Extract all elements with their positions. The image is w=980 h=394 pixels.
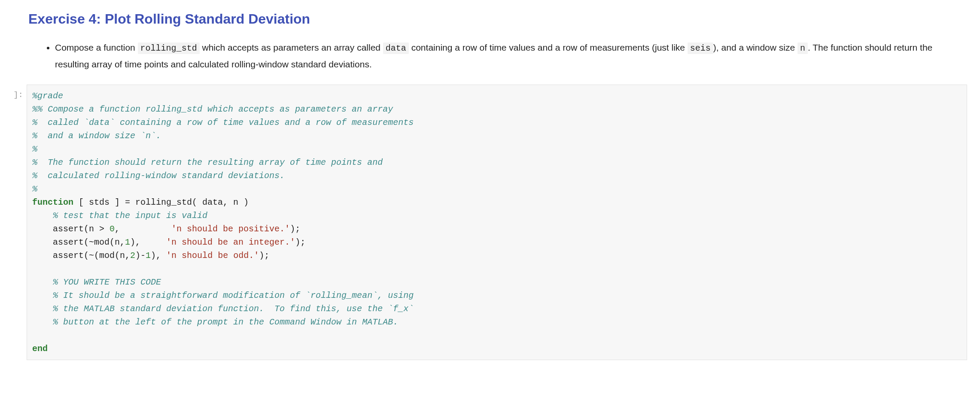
code-text (32, 330, 53, 340)
cell-prompt: ]: (13, 85, 27, 101)
code-number: 2 (130, 251, 135, 261)
code-keyword-function: function (32, 197, 73, 207)
code-comment: % button at the left of the prompt in th… (32, 317, 398, 327)
code-text (32, 264, 53, 274)
inline-code-data: data (383, 42, 409, 54)
exercise-heading: Exercise 4: Plot Rolling Standard Deviat… (28, 9, 967, 29)
code-string: 'n should be an integer.' (166, 237, 295, 247)
code-cell[interactable]: %grade %% Compose a function rolling_std… (27, 85, 967, 360)
description-item: Compose a function rolling_std which acc… (55, 39, 967, 73)
code-comment: % YOU WRITE THIS CODE (32, 277, 161, 287)
code-text: )- (135, 251, 146, 261)
code-text: assert(~(mod(n, (32, 251, 130, 261)
code-comment: % calculated rolling-window standard dev… (32, 171, 285, 181)
code-comment: % (32, 144, 37, 154)
code-number: 1 (125, 237, 130, 247)
code-text: ), (130, 237, 166, 247)
code-string: 'n should be odd.' (166, 251, 259, 261)
desc-text: which accepts as parameters an array cal… (200, 42, 383, 52)
code-string: 'n should be positive.' (171, 224, 290, 234)
code-text: [ stds ] = rolling_std( data, n ) (73, 197, 249, 207)
inline-code-seis: seis (688, 42, 713, 54)
code-text: , (115, 224, 171, 234)
code-comment: % and a window size `n`. (32, 131, 161, 141)
code-number: 1 (146, 251, 151, 261)
inline-code-n: n (797, 42, 808, 54)
code-comment: % It should be a straightforward modific… (32, 291, 414, 300)
code-text: ); (295, 237, 305, 247)
desc-text: Compose a function (55, 42, 138, 52)
code-text: assert(~mod(n, (32, 237, 125, 247)
code-text: ), (151, 251, 166, 261)
code-text: assert(n > (32, 224, 110, 234)
code-comment: % test that the input is valid (32, 211, 207, 221)
code-comment: %% Compose a function rolling_std which … (32, 104, 393, 114)
code-comment: % the MATLAB standard deviation function… (32, 304, 414, 314)
code-number: 0 (110, 224, 115, 234)
code-comment: % (32, 184, 37, 194)
exercise-description: Compose a function rolling_std which acc… (43, 39, 967, 73)
code-comment: %grade (32, 91, 63, 101)
code-keyword-end: end (32, 344, 48, 354)
code-comment: % The function should return the resulti… (32, 158, 383, 167)
desc-text: containing a row of time values and a ro… (409, 42, 688, 52)
code-text: ); (259, 251, 269, 261)
code-cell-wrapper: ]: %grade %% Compose a function rolling_… (13, 85, 967, 360)
desc-text: ), and a window size (713, 42, 797, 52)
inline-code-rolling-std: rolling_std (138, 42, 200, 54)
code-comment: % called `data` containing a row of time… (32, 118, 414, 127)
code-text: ); (290, 224, 300, 234)
